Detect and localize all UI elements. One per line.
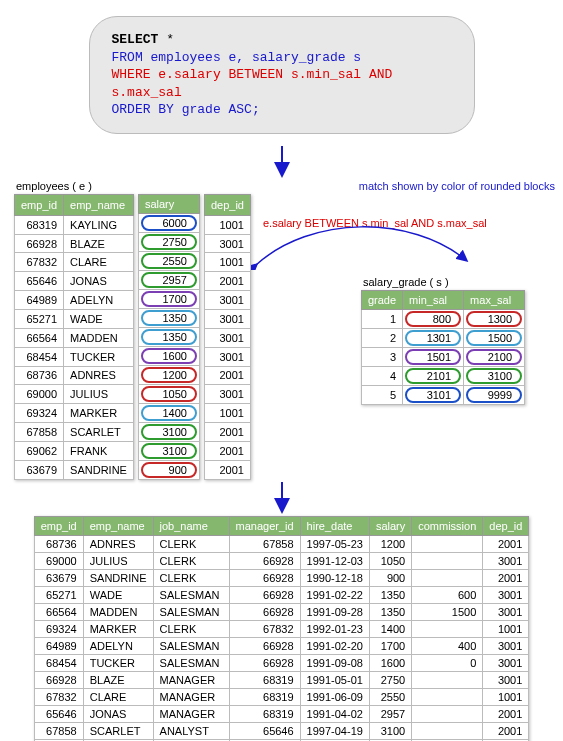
col-min-sal: min_sal — [403, 291, 464, 310]
max-sal-pill: 9999 — [466, 387, 522, 403]
table-row: 1600 — [138, 346, 199, 365]
table-row: 66564MADDENSALESMAN669281991-09-28135015… — [34, 603, 529, 620]
salary-pill: 1400 — [141, 405, 197, 421]
max-sal-pill: 3100 — [466, 368, 522, 384]
table-row: 3001 — [204, 291, 250, 310]
rcol-emp-id: emp_id — [34, 516, 83, 535]
sql-star: * — [166, 32, 174, 47]
salary-pill: 6000 — [141, 215, 197, 231]
table-row: 1700 — [138, 289, 199, 308]
table-row: 69324MARKERCLERK678321992-01-2314001001 — [34, 620, 529, 637]
table-row: 3001 — [204, 234, 250, 253]
table-row: 67858SCARLETANALYST656461997-04-19310020… — [34, 722, 529, 739]
table-row: 1001 — [204, 215, 250, 234]
table-row: 65646JONAS — [15, 272, 134, 291]
table-row: 67858SCARLET — [15, 423, 134, 442]
col-emp-id: emp_id — [15, 194, 64, 215]
table-row: 65271WADESALESMAN669281991-02-2213506003… — [34, 586, 529, 603]
sql-where: WHERE e.salary BETWEEN s.min_sal AND s.m… — [112, 67, 393, 100]
employees-table: emp_id emp_name 68319KAYLING66928BLAZE67… — [14, 194, 251, 480]
table-row: 68454TUCKER — [15, 347, 134, 366]
min-sal-pill: 2101 — [405, 368, 461, 384]
table-row: 63679SANDRINE — [15, 460, 134, 479]
col-salary: salary — [138, 194, 199, 213]
note-between: e.salary BETWEEN s.min_sal AND s.max_sal — [263, 217, 555, 230]
min-sal-pill: 1501 — [405, 349, 461, 365]
table-row: 67832CLARE — [15, 253, 134, 272]
table-row: 1001 — [204, 404, 250, 423]
table-row: 3100 — [138, 422, 199, 441]
min-sal-pill: 1301 — [405, 330, 461, 346]
table-row: 2001 — [204, 441, 250, 460]
col-dep-id: dep_id — [204, 194, 250, 215]
table-row: 63679SANDRINECLERK669281990-12-189002001 — [34, 569, 529, 586]
rcol-hire-date: hire_date — [300, 516, 369, 535]
rcol-commission: commission — [412, 516, 483, 535]
table-row: 2750 — [138, 232, 199, 251]
salary-grade-table: grade min_sal max_sal 180013002130115003… — [361, 290, 525, 405]
salary-pill: 1350 — [141, 310, 197, 326]
table-row: 66928BLAZEMANAGER683191991-05-0127503001 — [34, 671, 529, 688]
table-row: 68319KAYLING — [15, 215, 134, 234]
salary-pill: 2957 — [141, 272, 197, 288]
table-row: 69324MARKER — [15, 404, 134, 423]
table-row: 69000JULIUSCLERK669281991-12-0310503001 — [34, 552, 529, 569]
table-row: 64989ADELYN — [15, 291, 134, 310]
table-row: 1200 — [138, 365, 199, 384]
arrow-down-icon — [252, 144, 312, 178]
table-row: 1350 — [138, 308, 199, 327]
salary-pill: 1200 — [141, 367, 197, 383]
table-row: 900 — [138, 460, 199, 479]
table-row: 18001300 — [361, 310, 524, 329]
table-row: 2001 — [204, 460, 250, 479]
salary-pill: 3100 — [141, 424, 197, 440]
table-row: 3100 — [138, 441, 199, 460]
table-row: 6000 — [138, 213, 199, 232]
result-table: emp_id emp_name job_name manager_id hire… — [34, 516, 530, 741]
table-row: 66564MADDEN — [15, 328, 134, 347]
rcol-manager-id: manager_id — [229, 516, 300, 535]
rcol-dep-id: dep_id — [483, 516, 529, 535]
table-row: 3001 — [204, 385, 250, 404]
table-row: 67832CLAREMANAGER683191991-06-0925501001 — [34, 688, 529, 705]
sql-query-box: SELECT * FROM employees e, salary_grade … — [89, 16, 475, 134]
table-row: 65646JONASMANAGER683191991-04-0229572001 — [34, 705, 529, 722]
col-max-sal: max_sal — [464, 291, 525, 310]
rcol-salary: salary — [369, 516, 411, 535]
max-sal-pill: 1300 — [466, 311, 522, 327]
salary-pill: 1350 — [141, 329, 197, 345]
sql-from: FROM employees e, salary_grade s — [112, 50, 362, 65]
salary-pill: 1050 — [141, 386, 197, 402]
salary-pill: 1600 — [141, 348, 197, 364]
col-emp-name: emp_name — [64, 194, 134, 215]
table-row: 68454TUCKERSALESMAN669281991-09-08160003… — [34, 654, 529, 671]
grade-caption: salary_grade ( s ) — [363, 276, 555, 288]
table-row: 1350 — [138, 327, 199, 346]
table-row: 65271WADE — [15, 310, 134, 329]
table-row: 1400 — [138, 403, 199, 422]
salary-pill: 2750 — [141, 234, 197, 250]
table-row: 2957 — [138, 270, 199, 289]
max-sal-pill: 1500 — [466, 330, 522, 346]
table-row: 3001 — [204, 328, 250, 347]
employees-caption: employees ( e ) — [16, 180, 251, 192]
min-sal-pill: 800 — [405, 311, 461, 327]
table-row: 2550 — [138, 251, 199, 270]
table-row: 68736ADNRESCLERK678581997-05-2312002001 — [34, 535, 529, 552]
arrow-down-2 — [8, 480, 555, 516]
table-row: 315012100 — [361, 348, 524, 367]
salary-pill: 3100 — [141, 443, 197, 459]
table-row: 213011500 — [361, 329, 524, 348]
table-row: 3001 — [204, 347, 250, 366]
table-row: 2001 — [204, 366, 250, 385]
rcol-emp-name: emp_name — [83, 516, 153, 535]
table-row: 68736ADNRES — [15, 366, 134, 385]
min-sal-pill: 3101 — [405, 387, 461, 403]
salary-pill: 2550 — [141, 253, 197, 269]
table-row: 2001 — [204, 423, 250, 442]
table-row: 421013100 — [361, 367, 524, 386]
table-row: 2001 — [204, 272, 250, 291]
table-row: 64989ADELYNSALESMAN669281991-02-20170040… — [34, 637, 529, 654]
table-row: 66928BLAZE — [15, 234, 134, 253]
col-grade: grade — [361, 291, 402, 310]
